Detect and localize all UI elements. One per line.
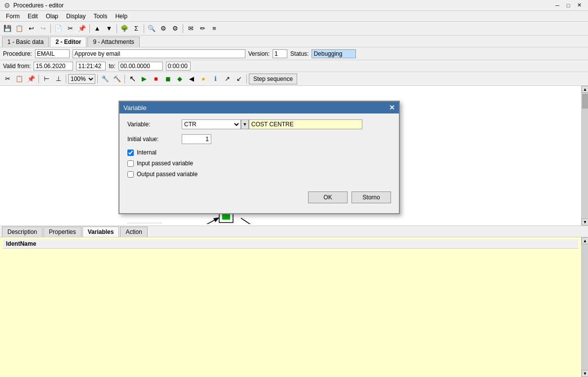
maximize-button[interactable]: □ bbox=[563, 1, 573, 10]
circle-icon[interactable]: ● bbox=[198, 74, 209, 84]
tab-attachments[interactable]: 9 - Attachments bbox=[87, 37, 139, 47]
play-icon[interactable]: ▶ bbox=[139, 74, 150, 84]
down-icon[interactable]: ▼ bbox=[104, 23, 115, 34]
sum-icon[interactable]: Σ bbox=[131, 23, 142, 34]
copy-ed-icon[interactable]: 📋 bbox=[14, 74, 25, 84]
btab-variables[interactable]: Variables bbox=[82, 226, 119, 237]
window-controls: ─ □ ✕ bbox=[552, 1, 584, 10]
paste-icon[interactable]: 📌 bbox=[77, 23, 87, 34]
ed-sep-3 bbox=[97, 75, 98, 83]
step-sequence-button[interactable]: Step sequence bbox=[249, 74, 297, 84]
menu-form[interactable]: Form bbox=[2, 12, 24, 21]
diamond-icon[interactable]: ◆ bbox=[174, 74, 185, 84]
filter2-icon[interactable]: ⚙ bbox=[170, 23, 181, 34]
up-icon[interactable]: ▲ bbox=[92, 23, 103, 34]
btab-properties[interactable]: Properties bbox=[43, 226, 81, 237]
main-toolbar: 💾 📋 ↩ ↪ 📄 ✂ 📌 ▲ ▼ 🌳 Σ 🔍 ⚙ ⚙ ✉ ✏ ≡ bbox=[0, 22, 588, 36]
menu-edit[interactable]: Edit bbox=[24, 12, 42, 21]
list-icon[interactable]: ≡ bbox=[209, 23, 220, 34]
undo-icon[interactable]: ↩ bbox=[26, 23, 37, 34]
separator-4 bbox=[144, 24, 144, 33]
more-tools-icon[interactable]: 🔨 bbox=[112, 74, 122, 84]
email-icon[interactable]: ✉ bbox=[185, 23, 196, 34]
storno-button[interactable]: Storno bbox=[352, 191, 391, 203]
filter-icon[interactable]: ⚙ bbox=[158, 23, 169, 34]
stop-icon[interactable]: ■ bbox=[151, 74, 161, 84]
menu-help[interactable]: Help bbox=[111, 12, 131, 21]
bottom-tabs: Description Properties Variables Action bbox=[0, 226, 588, 237]
to-label: to: bbox=[109, 63, 115, 70]
redo-icon[interactable]: ↪ bbox=[38, 23, 48, 34]
bottom-scroll-track bbox=[582, 244, 588, 370]
initial-value-row: Initial value: bbox=[127, 134, 391, 144]
input-passed-checkbox-row: Input passed variable bbox=[127, 160, 391, 167]
menu-olap[interactable]: Olap bbox=[42, 12, 62, 21]
back-icon[interactable]: ◀ bbox=[186, 74, 197, 84]
workflow-canvas[interactable]: Start Training requirement A (A) Approve… bbox=[0, 86, 588, 226]
tab-basic-data[interactable]: 1 - Basic data bbox=[2, 37, 49, 47]
input-passed-label: Input passed variable bbox=[137, 160, 193, 167]
bottom-panel-content: IdentName bbox=[0, 237, 581, 377]
version-input[interactable] bbox=[273, 49, 287, 58]
valid-from-date[interactable] bbox=[34, 62, 73, 71]
output-passed-checkbox[interactable] bbox=[127, 171, 134, 178]
separator-2 bbox=[89, 24, 90, 33]
tree-icon[interactable]: 🌳 bbox=[119, 23, 130, 34]
dialog-close-button[interactable]: ✕ bbox=[389, 104, 395, 112]
status-input[interactable] bbox=[312, 49, 356, 58]
variable-description: COST CENTRE bbox=[249, 119, 362, 129]
dialog-body: Variable: CTR ▼ COST CENTRE I bbox=[119, 113, 399, 213]
square-icon[interactable]: ◼ bbox=[162, 74, 173, 84]
initial-value-label: Initial value: bbox=[127, 136, 182, 143]
ed-sep-1 bbox=[39, 75, 39, 83]
cursor-icon[interactable]: ↖ bbox=[127, 74, 138, 84]
tab-editor[interactable]: 2 - Editor bbox=[50, 37, 86, 47]
tools-icon[interactable]: 🔧 bbox=[100, 74, 111, 84]
copy-icon[interactable]: 📋 bbox=[14, 23, 25, 34]
separator-5 bbox=[183, 24, 183, 33]
separator-1 bbox=[50, 24, 51, 33]
procedure-name-input[interactable] bbox=[73, 49, 245, 58]
expand-icon[interactable]: ↗ bbox=[222, 74, 233, 84]
align-center-icon[interactable]: ⊥ bbox=[53, 74, 64, 84]
input-passed-checkbox[interactable] bbox=[127, 160, 134, 167]
search-icon[interactable]: 🔍 bbox=[146, 23, 157, 34]
output-passed-checkbox-row: Output passed variable bbox=[127, 171, 391, 178]
ed-sep-4 bbox=[124, 75, 125, 83]
output-passed-label: Output passed variable bbox=[137, 171, 197, 178]
valid-to-time[interactable] bbox=[166, 62, 191, 71]
valid-to-date[interactable] bbox=[118, 62, 163, 71]
minimize-button[interactable]: ─ bbox=[552, 1, 562, 10]
save-icon[interactable]: 💾 bbox=[2, 23, 13, 34]
valid-from-row: Valid from: to: bbox=[0, 60, 588, 72]
variable-select[interactable]: CTR bbox=[182, 119, 241, 129]
cut-ed-icon[interactable]: ✂ bbox=[2, 74, 13, 84]
info-icon[interactable]: ℹ bbox=[210, 74, 221, 84]
cut-icon[interactable]: ✂ bbox=[65, 23, 76, 34]
initial-value-input[interactable] bbox=[182, 134, 211, 144]
dialog-buttons: OK Storno bbox=[127, 188, 391, 207]
new-icon[interactable]: 📄 bbox=[53, 23, 64, 34]
internal-label: Internal bbox=[137, 149, 157, 156]
align-left-icon[interactable]: ⊢ bbox=[41, 74, 52, 84]
menu-tools[interactable]: Tools bbox=[89, 12, 111, 21]
bottom-scroll-down[interactable]: ▼ bbox=[582, 370, 588, 377]
procedure-label: Procedure: bbox=[3, 50, 32, 57]
menu-display[interactable]: Display bbox=[62, 12, 89, 21]
bottom-scroll-up[interactable]: ▲ bbox=[582, 237, 588, 244]
procedure-code-input[interactable] bbox=[35, 49, 70, 58]
bottom-scrollbar[interactable]: ▲ ▼ bbox=[581, 237, 588, 377]
btab-action[interactable]: Action bbox=[120, 226, 147, 237]
btab-description[interactable]: Description bbox=[2, 226, 42, 237]
edit2-icon[interactable]: ✏ bbox=[197, 23, 208, 34]
collapse-icon[interactable]: ↙ bbox=[234, 74, 244, 84]
ed-sep-2 bbox=[66, 75, 66, 83]
variable-dropdown-arrow[interactable]: ▼ bbox=[241, 119, 249, 129]
paste-ed-icon[interactable]: 📌 bbox=[26, 74, 37, 84]
zoom-select[interactable]: 100% 75% 50% 150% bbox=[68, 74, 95, 84]
valid-from-time[interactable] bbox=[76, 62, 106, 71]
close-button[interactable]: ✕ bbox=[574, 1, 584, 10]
dialog-title-bar: Variable ✕ bbox=[119, 102, 399, 113]
internal-checkbox[interactable] bbox=[127, 150, 134, 156]
ok-button[interactable]: OK bbox=[308, 191, 348, 203]
